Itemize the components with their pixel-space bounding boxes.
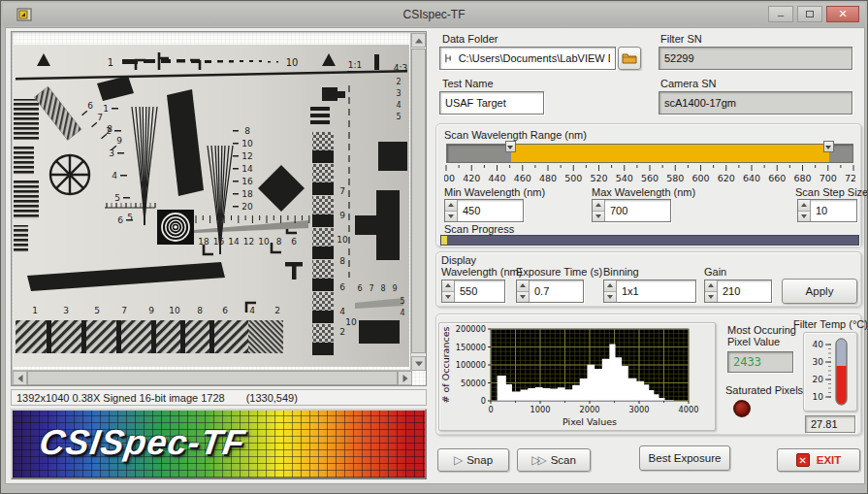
svg-text:540: 540: [616, 173, 633, 183]
scan-step-stepper[interactable]: 10: [797, 199, 857, 222]
display-wavelength-label-2: Wavelength (nm): [441, 266, 522, 278]
max-wavelength-label: Max Wavelength (nm): [592, 186, 695, 198]
vertical-scroll-thumb[interactable]: [411, 49, 426, 353]
svg-text:5: 5: [396, 113, 401, 121]
svg-text:4: 4: [249, 306, 255, 315]
max-wavelength-value[interactable]: 700: [605, 200, 670, 221]
spin-buttons[interactable]: [798, 200, 811, 221]
scroll-down-button[interactable]: [411, 356, 426, 371]
scroll-left-button[interactable]: [13, 371, 27, 385]
increment-button[interactable]: [517, 280, 529, 292]
increment-button[interactable]: [593, 200, 604, 212]
increment-button[interactable]: [798, 200, 810, 212]
usaf-target-image: 1101:14:36789123456810121416182018161412…: [14, 45, 409, 367]
svg-text:2: 2: [396, 78, 401, 86]
svg-text:640: 640: [743, 173, 760, 183]
decrement-button[interactable]: [517, 292, 529, 303]
min-wavelength-stepper[interactable]: 450: [444, 199, 524, 222]
decrement-button[interactable]: [705, 292, 717, 303]
wavelength-range-slider[interactable]: 4004204404604805005205405605806006206406…: [444, 142, 855, 192]
test-name-input[interactable]: USAF Target: [439, 91, 544, 115]
svg-text:1000: 1000: [530, 405, 551, 414]
gain-value[interactable]: 210: [718, 280, 771, 302]
minimize-button[interactable]: –: [768, 6, 793, 22]
svg-text:2: 2: [106, 126, 112, 136]
snap-button[interactable]: ▷ Snap: [437, 448, 509, 472]
data-folder-path-input[interactable]: C:\Users\Documents\LabVIEW Data\: [439, 47, 616, 70]
best-exposure-button[interactable]: Best Exposure: [639, 445, 730, 471]
fast-forward-icon: ▷▷: [531, 453, 543, 467]
increment-button[interactable]: [445, 200, 457, 212]
slider-min-handle[interactable]: [505, 141, 516, 152]
app-window: CSIspec-TF – ✕: [0, 0, 868, 494]
apply-button[interactable]: Apply: [782, 279, 857, 304]
best-exposure-label: Best Exposure: [649, 452, 722, 464]
decrement-button[interactable]: [445, 212, 457, 222]
image-viewer[interactable]: 1101:14:36789123456810121416182018161412…: [11, 31, 427, 386]
decrement-button[interactable]: [604, 292, 616, 303]
spin-buttons[interactable]: [705, 280, 718, 302]
logo-banner: CSISpec-TF: [11, 409, 427, 479]
svg-text:5: 5: [94, 306, 100, 315]
browse-folder-button[interactable]: [618, 47, 641, 70]
scroll-up-button[interactable]: [411, 33, 426, 48]
spin-buttons[interactable]: [445, 200, 458, 221]
svg-text:9: 9: [392, 284, 397, 293]
increment-button[interactable]: [705, 280, 717, 292]
scan-button[interactable]: ▷▷ Scan: [517, 448, 591, 472]
most-occuring-field: 2433: [727, 351, 793, 373]
vertical-scrollbar[interactable]: [410, 33, 425, 371]
slider-max-handle[interactable]: [823, 141, 834, 152]
display-settings-group: Display Wavelength (nm) 550 Exposure Tim…: [435, 251, 862, 308]
increment-button[interactable]: [442, 280, 454, 292]
svg-text:# of Occurances: # of Occurances: [440, 327, 451, 404]
thermometer-gauge: 40302010: [804, 333, 856, 411]
filter-temp-label: Filter Temp (°C): [793, 318, 868, 330]
close-button[interactable]: ✕: [826, 6, 859, 22]
svg-text:5: 5: [400, 297, 404, 306]
maximize-button[interactable]: [797, 6, 822, 22]
exit-button[interactable]: ✕ EXIT: [777, 448, 860, 472]
spin-buttons[interactable]: [517, 280, 530, 302]
svg-text:8: 8: [276, 237, 282, 247]
display-wavelength-stepper[interactable]: 550: [441, 280, 505, 303]
svg-text:4: 4: [400, 309, 404, 317]
logo-text: CSISpec-TF: [37, 422, 248, 463]
svg-text:10: 10: [345, 317, 357, 327]
svg-text:7: 7: [369, 284, 373, 293]
binning-value[interactable]: 1x1: [617, 280, 695, 302]
svg-text:520: 520: [590, 173, 607, 183]
horizontal-scrollbar[interactable]: [13, 370, 412, 384]
spin-buttons[interactable]: [442, 280, 455, 302]
scan-button-label: Scan: [551, 454, 576, 466]
svg-text:660: 660: [768, 173, 786, 183]
decrement-button[interactable]: [798, 212, 810, 222]
maximize-icon: [806, 11, 814, 17]
horizontal-scroll-thumb[interactable]: [27, 371, 398, 385]
svg-text:9: 9: [339, 211, 345, 220]
gain-stepper[interactable]: 210: [704, 280, 772, 303]
binning-stepper[interactable]: 1x1: [603, 280, 696, 303]
display-wavelength-label-1: Display: [441, 254, 476, 266]
decrement-button[interactable]: [593, 212, 604, 222]
spin-buttons[interactable]: [593, 200, 605, 221]
exposure-value[interactable]: 0.7: [530, 280, 583, 302]
svg-text:16: 16: [241, 177, 253, 186]
display-wavelength-value[interactable]: 550: [455, 280, 504, 302]
min-wavelength-value[interactable]: 450: [458, 200, 523, 221]
apply-button-label: Apply: [806, 285, 834, 297]
svg-text:4: 4: [396, 101, 401, 110]
exposure-stepper[interactable]: 0.7: [516, 280, 584, 303]
decrement-button[interactable]: [442, 292, 454, 303]
svg-text:9: 9: [116, 136, 122, 146]
max-wavelength-stepper[interactable]: 700: [592, 199, 671, 222]
increment-button[interactable]: [604, 280, 616, 292]
svg-text:4: 4: [339, 307, 345, 316]
spin-buttons[interactable]: [604, 280, 617, 302]
svg-text:420: 420: [463, 173, 480, 183]
scroll-right-button[interactable]: [398, 371, 412, 385]
filter-temp-value: 27.81: [811, 418, 838, 430]
analysis-group: 0500001000001500002000000100020003000400…: [435, 313, 862, 436]
scan-step-value[interactable]: 10: [811, 200, 856, 221]
arrow-down-icon: [415, 361, 423, 366]
